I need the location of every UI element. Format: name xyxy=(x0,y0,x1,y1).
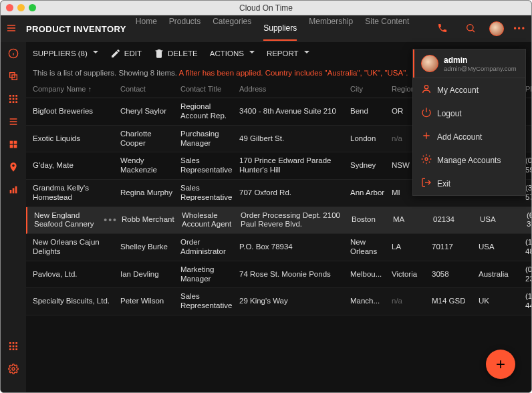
apps-icon[interactable] xyxy=(7,138,19,150)
add-fab-button[interactable]: + xyxy=(486,350,515,379)
nav-membership[interactable]: Membership xyxy=(309,17,353,41)
svg-rect-12 xyxy=(15,95,17,97)
cell-title: Sales Representative xyxy=(180,184,235,203)
svg-rect-25 xyxy=(14,145,17,148)
svg-rect-34 xyxy=(15,346,17,348)
column-header[interactable]: Phone xyxy=(525,85,532,94)
list-icon[interactable] xyxy=(7,116,19,128)
table-row[interactable]: New Orleans Cajun DelightsShelley BurkeO… xyxy=(26,234,531,261)
user-menu-add-account[interactable]: Add Account xyxy=(413,125,525,148)
exit-icon xyxy=(421,177,430,190)
table-row[interactable]: Specialty Biscuits, Ltd.Peter WilsonSale… xyxy=(26,288,531,315)
svg-point-3 xyxy=(467,24,473,30)
info-icon[interactable] xyxy=(7,47,19,59)
cell-postal: 70117 xyxy=(432,243,475,252)
cell-company: Grandma Kelly's Homestead xyxy=(33,184,116,203)
cell-company: Specialty Biscuits, Ltd. xyxy=(33,297,116,306)
cell-city: Boston xyxy=(352,215,389,225)
user-menu-email: admin@MyCompany.com xyxy=(444,65,517,72)
svg-rect-28 xyxy=(15,186,17,194)
svg-rect-31 xyxy=(15,342,17,344)
user-menu-item-label: Manage Accounts xyxy=(437,156,501,165)
table-row[interactable]: New England Seafood Cannery•••Robb Merch… xyxy=(26,207,531,235)
cell-address: 49 Gilbert St. xyxy=(239,134,346,144)
cell-phone: (02) 555-5914 xyxy=(525,156,531,175)
more-menu-icon[interactable]: ••• xyxy=(513,24,526,33)
settings-icon[interactable] xyxy=(7,363,19,375)
svg-rect-18 xyxy=(15,101,17,103)
cell-contact: Peter Wilson xyxy=(120,297,176,306)
svg-rect-24 xyxy=(10,145,13,148)
nav-suppliers[interactable]: Suppliers xyxy=(263,23,297,41)
cell-postal: 3058 xyxy=(432,270,475,279)
brand-title: PRODUCT INVENTORY xyxy=(26,24,126,34)
nav-site-content[interactable]: Site Content xyxy=(365,17,409,41)
user-menu-logout[interactable]: Logout xyxy=(413,102,525,125)
cell-contact: Robb Merchant xyxy=(122,215,178,225)
cell-contact: Cheryl Saylor xyxy=(120,107,176,116)
user-menu-header[interactable]: admin admin@MyCompany.com xyxy=(413,49,525,78)
column-header[interactable]: Company Name xyxy=(33,85,116,94)
actions-dropdown[interactable]: ACTIONS xyxy=(210,49,255,57)
cell-region: n/a xyxy=(392,297,428,306)
user-avatar[interactable] xyxy=(489,21,504,36)
cell-city: Manch... xyxy=(350,297,388,306)
user-menu-item-label: Logout xyxy=(437,109,462,118)
svg-rect-13 xyxy=(9,98,11,100)
cell-address: 74 Rose St. Moonie Ponds xyxy=(239,270,346,279)
column-header[interactable]: Contact xyxy=(120,85,176,94)
row-menu-icon[interactable]: ••• xyxy=(104,215,118,226)
svg-rect-29 xyxy=(9,342,11,344)
cell-address: Order Processing Dept. 2100 Paul Revere … xyxy=(241,211,348,230)
cell-title: Regional Account Rep. xyxy=(180,102,235,121)
cell-address: 170 Prince Edward Parade Hunter's Hill xyxy=(239,156,346,175)
power-icon xyxy=(421,107,430,120)
user-icon xyxy=(421,84,430,96)
cell-address: P.O. Box 78934 xyxy=(239,243,346,252)
cell-title: Sales Representative xyxy=(180,156,235,175)
cell-phone: (100) 555-4822 xyxy=(525,238,531,257)
cell-contact: Wendy Mackenzie xyxy=(120,156,176,175)
cell-country: UK xyxy=(479,297,521,306)
suppliers-dropdown[interactable]: SUPPLIERS (8) xyxy=(33,49,98,57)
column-header[interactable]: Contact Title xyxy=(180,85,235,94)
user-menu-exit[interactable]: Exit xyxy=(413,172,525,195)
column-header[interactable]: Address xyxy=(239,85,346,94)
nav-home[interactable]: Home xyxy=(136,17,157,41)
cell-city: London xyxy=(350,134,388,144)
location-icon[interactable] xyxy=(7,161,19,173)
cell-country: USA xyxy=(479,243,521,252)
report-dropdown[interactable]: REPORT xyxy=(267,49,309,57)
cell-title: Sales Representative xyxy=(180,292,235,311)
nav-products[interactable]: Products xyxy=(169,17,201,41)
phone-icon[interactable] xyxy=(437,23,448,35)
svg-rect-27 xyxy=(13,188,15,193)
column-header[interactable]: City xyxy=(350,85,388,94)
cell-title: Purchasing Manager xyxy=(180,130,235,148)
user-menu-my-account[interactable]: My Account xyxy=(413,78,525,102)
cell-title: Order Administrator xyxy=(180,238,235,257)
cell-phone: (313) 555-5735 xyxy=(525,184,531,203)
cell-city: Ann Arbor xyxy=(350,188,388,198)
window-title: Cloud On Time xyxy=(1,3,531,13)
gear-icon xyxy=(421,154,430,166)
suppliers-count: SUPPLIERS (8) xyxy=(33,49,88,57)
copy-icon[interactable] xyxy=(7,70,19,82)
menu-icon[interactable] xyxy=(6,23,17,35)
edit-button[interactable]: EDIT xyxy=(110,48,142,59)
nav-categories[interactable]: Categories xyxy=(213,17,251,41)
cell-title: Marketing Manager xyxy=(180,265,235,284)
svg-rect-16 xyxy=(9,101,11,103)
user-menu: admin admin@MyCompany.com My AccountLogo… xyxy=(412,49,526,196)
modules-icon[interactable] xyxy=(7,340,19,352)
chart-icon[interactable] xyxy=(7,184,19,196)
user-menu-manage-accounts[interactable]: Manage Accounts xyxy=(413,148,525,172)
svg-rect-36 xyxy=(13,348,15,350)
table-row[interactable]: Pavlova, Ltd.Ian DevlingMarketing Manage… xyxy=(26,261,531,289)
search-icon[interactable] xyxy=(465,23,476,35)
delete-button[interactable]: DELETE xyxy=(154,48,198,59)
svg-point-38 xyxy=(12,368,15,370)
cell-phone: (617) 555-3267 xyxy=(527,211,531,230)
grid-icon[interactable] xyxy=(7,93,19,105)
cell-city: New Orleans xyxy=(350,238,388,257)
